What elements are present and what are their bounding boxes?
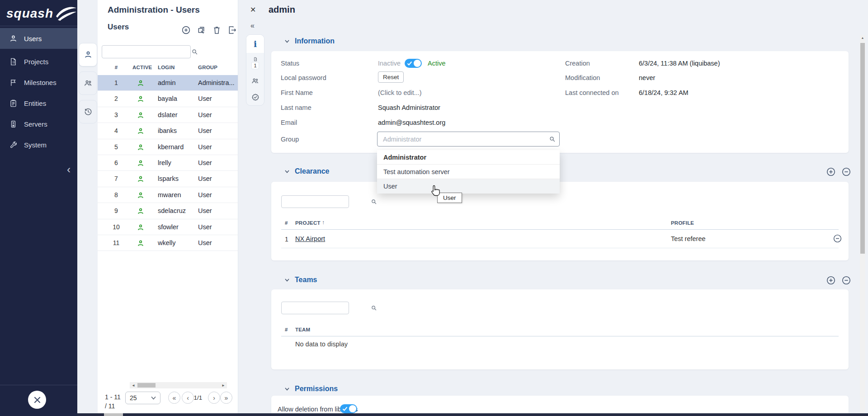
clipboard-icon [9, 99, 18, 108]
group-input[interactable] [377, 132, 549, 146]
status-toggle[interactable] [405, 59, 422, 68]
sort-asc-icon[interactable]: ↑ [322, 219, 325, 226]
col-profile[interactable]: PROFILE [671, 220, 694, 226]
bottom-scrollbar-thumb[interactable] [104, 413, 123, 416]
users-search-input[interactable] [102, 46, 191, 58]
tab-information[interactable]: i [246, 35, 264, 53]
add-team-button[interactable] [826, 275, 836, 285]
bottom-scrollbar[interactable] [77, 413, 868, 416]
sidebar-item-projects[interactable]: Projects [0, 51, 77, 72]
reset-password-button[interactable]: Reset [378, 71, 404, 83]
collapse-panel-icon[interactable]: « [250, 22, 255, 30]
user-table-row[interactable]: 10 sfowler User [98, 219, 238, 235]
delete-user-button[interactable] [212, 25, 222, 35]
user-table-row[interactable]: 8 mwaren User [98, 187, 238, 203]
sidebar-item-users[interactable]: Users [0, 28, 77, 49]
tab-attachments[interactable]: 1 [246, 53, 264, 73]
sidebar-bottom-divider [0, 385, 77, 385]
user-table-row[interactable]: 1 admin Administra... [98, 75, 238, 91]
dropdown-option-user[interactable]: User [377, 179, 560, 194]
row-profile[interactable]: Test referee [671, 235, 706, 242]
user-table-row[interactable]: 11 wkelly User [98, 235, 238, 251]
option-tooltip: User [437, 193, 462, 203]
sidebar-item-servers[interactable]: Servers [0, 113, 77, 134]
hscroll-right-icon[interactable]: ► [222, 383, 225, 388]
project-link[interactable]: NX Airport [295, 235, 325, 242]
remove-row-button[interactable] [833, 234, 842, 243]
col-login[interactable]: LOGIN [158, 65, 175, 70]
user-table-row[interactable]: 9 sdelacruz User [98, 203, 238, 219]
document-icon [9, 57, 18, 66]
tab-teams[interactable] [246, 73, 264, 89]
row-number: 3 [110, 111, 122, 118]
user-table-row[interactable]: 5 kbernard User [98, 139, 238, 155]
info-icon: i [254, 40, 257, 48]
row-login: dslater [158, 111, 178, 118]
active-user-icon [137, 79, 145, 87]
teams-search [281, 302, 349, 314]
hscrollbar-thumb[interactable] [137, 383, 156, 388]
sidebar-collapse-icon[interactable]: ‹ [67, 165, 71, 174]
sidebar-item-label: System [24, 141, 47, 149]
search-icon [371, 199, 377, 205]
tab-history[interactable] [79, 100, 97, 123]
pager-next-button[interactable]: › [208, 392, 220, 404]
hscroll-left-icon[interactable]: ◄ [132, 383, 135, 388]
dropdown-option-administrator[interactable]: Administrator [377, 150, 560, 165]
section-teams-header[interactable]: Teams [284, 276, 317, 284]
section-information-header[interactable]: Information [284, 37, 335, 45]
vscrollbar-thumb[interactable] [860, 43, 865, 254]
logout-button[interactable] [28, 391, 46, 409]
email-value[interactable]: admin@squashtest.org [378, 119, 445, 126]
col-num[interactable]: # [110, 65, 122, 70]
group-combobox [377, 132, 560, 147]
user-table-row[interactable]: 3 dslater User [98, 107, 238, 123]
export-button[interactable] [227, 25, 237, 35]
user-table-row[interactable]: 6 lrelly User [98, 155, 238, 171]
sidebar-item-milestones[interactable]: Milestones [0, 72, 77, 93]
section-clearance-header[interactable]: Clearance [284, 167, 330, 175]
mass-edit-button[interactable] [197, 25, 206, 35]
user-table-row[interactable]: 7 lsparks User [98, 171, 238, 187]
col-num[interactable]: # [285, 327, 288, 332]
pager-last-button[interactable]: » [220, 392, 232, 404]
sidebar-item-system[interactable]: System [0, 134, 77, 155]
row-group: User [198, 207, 236, 214]
sidebar-item-entities[interactable]: Entities [0, 93, 77, 113]
remove-clearance-button[interactable] [841, 167, 851, 177]
clearance-search-input[interactable] [282, 196, 371, 208]
user-table-row[interactable]: 4 ibanks User [98, 123, 238, 139]
col-num[interactable]: # [285, 220, 288, 226]
user-table-row[interactable]: 2 bayala User [98, 91, 238, 107]
close-icon[interactable]: ✕ [250, 5, 256, 14]
tab-permissions[interactable] [246, 89, 264, 105]
clearance-row[interactable]: 1 NX Airport Test referee [271, 230, 849, 248]
flag-icon [9, 78, 18, 87]
detail-tabstrip: i 1 [246, 34, 264, 106]
col-team[interactable]: TEAM [295, 327, 310, 332]
remove-team-button[interactable] [841, 275, 851, 285]
main-vscrollbar[interactable]: ▲ [860, 35, 865, 414]
user-icon [9, 34, 18, 43]
search-icon [371, 305, 377, 312]
col-group[interactable]: GROUP [198, 65, 217, 70]
users-hscrollbar[interactable]: ◄ ► [130, 382, 227, 388]
teams-search-input[interactable] [282, 302, 371, 314]
col-project[interactable]: PROJECT [295, 220, 321, 226]
pagination-range: 1 - 11 [105, 393, 121, 401]
vscroll-up-icon[interactable]: ▲ [860, 36, 865, 39]
allow-deletion-toggle[interactable] [340, 404, 357, 413]
page-size-select[interactable]: 25 [125, 392, 160, 404]
pager-first-button[interactable]: « [168, 392, 180, 404]
add-clearance-button[interactable] [826, 167, 836, 177]
add-user-button[interactable] [181, 25, 191, 35]
tab-teams-list[interactable] [79, 71, 97, 95]
dropdown-option-test-automation-server[interactable]: Test automation server [377, 165, 560, 179]
col-active[interactable]: ACTIVE [132, 65, 152, 70]
row-login: kbernard [158, 143, 184, 151]
last-name-value[interactable]: Squash Administrator [378, 104, 440, 111]
page-title: Administration - Users [108, 5, 200, 15]
section-permissions-header[interactable]: Permissions [284, 385, 338, 393]
first-name-value[interactable]: (Click to edit...) [378, 89, 422, 96]
tab-users-list[interactable] [79, 43, 97, 66]
